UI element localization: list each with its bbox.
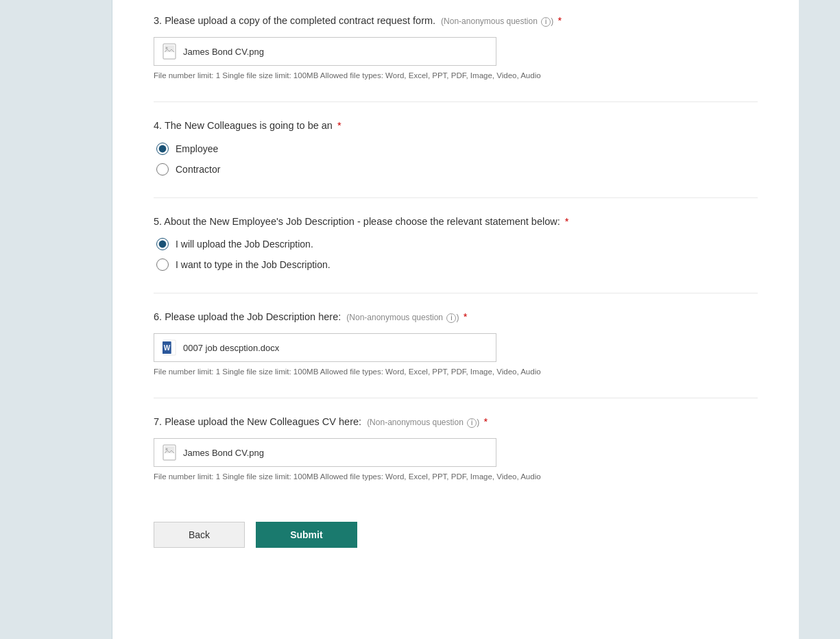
- q4-radio-employee[interactable]: [156, 143, 169, 155]
- q7-text: Please upload the New Colleagues CV here…: [165, 416, 361, 427]
- q3-number: 3.: [154, 15, 162, 26]
- divider-6-7: [154, 398, 758, 398]
- q5-label-upload: I will upload the Job Description.: [176, 239, 313, 250]
- question-4-block: 4. The New Colleagues is going to be an …: [154, 119, 758, 175]
- q3-info-icon[interactable]: i: [541, 17, 551, 27]
- main-content: 3. Please upload a copy of the completed…: [112, 0, 799, 639]
- q4-number: 4.: [154, 120, 162, 131]
- q6-required: *: [464, 311, 468, 322]
- q6-file-limits: File number limit: 1 Single file size li…: [154, 367, 758, 376]
- question-6-block: 6. Please upload the Job Description her…: [154, 310, 758, 376]
- q6-word-icon: W: [163, 339, 176, 356]
- q5-radio-type[interactable]: [156, 258, 169, 271]
- q7-number: 7.: [154, 416, 162, 427]
- q5-option-type[interactable]: I want to type in the Job Description.: [156, 258, 758, 271]
- q7-image-icon: [163, 444, 176, 461]
- q5-option-upload[interactable]: I will upload the Job Description.: [156, 238, 758, 250]
- svg-point-2: [166, 47, 168, 49]
- divider-4-5: [154, 197, 758, 198]
- question-4-title: 4. The New Colleagues is going to be an …: [154, 119, 758, 132]
- q3-text: Please upload a copy of the completed co…: [165, 15, 435, 26]
- q5-required: *: [565, 216, 569, 227]
- question-6-title: 6. Please upload the Job Description her…: [154, 310, 758, 324]
- right-sidebar: [799, 0, 840, 639]
- divider-5-6: [154, 293, 758, 293]
- q3-file-limits: File number limit: 1 Single file size li…: [154, 71, 758, 80]
- question-5-title: 5. About the New Employee's Job Descript…: [154, 215, 758, 228]
- question-7-block: 7. Please upload the New Colleagues CV h…: [154, 415, 758, 481]
- q6-text: Please upload the Job Description here:: [165, 311, 341, 322]
- q6-number: 6.: [154, 311, 162, 322]
- q3-required: *: [558, 15, 562, 26]
- q4-label-employee: Employee: [176, 143, 218, 154]
- question-7-title: 7. Please upload the New Colleagues CV h…: [154, 415, 758, 429]
- q7-non-anon: (Non-anonymous question i): [367, 418, 481, 427]
- q6-info-icon[interactable]: i: [446, 313, 456, 323]
- q4-option-contractor[interactable]: Contractor: [156, 163, 758, 176]
- q5-label-type: I want to type in the Job Description.: [176, 259, 331, 270]
- q6-file-upload[interactable]: W 0007 job descption.docx: [154, 333, 496, 362]
- q7-file-limits: File number limit: 1 Single file size li…: [154, 472, 758, 481]
- svg-point-8: [166, 448, 168, 450]
- question-5-block: 5. About the New Employee's Job Descript…: [154, 215, 758, 271]
- submit-button[interactable]: Submit: [256, 522, 357, 548]
- q4-radio-contractor[interactable]: [156, 163, 169, 176]
- q4-text: The New Colleagues is going to be an: [165, 120, 333, 131]
- q5-radio-upload[interactable]: [156, 238, 169, 250]
- q3-image-icon: [163, 43, 176, 60]
- q3-file-upload[interactable]: James Bond CV.png: [154, 37, 496, 66]
- svg-text:W: W: [164, 344, 171, 352]
- q6-file-name: 0007 job descption.docx: [183, 343, 279, 353]
- q5-number: 5.: [154, 216, 162, 227]
- q7-file-name: James Bond CV.png: [183, 448, 264, 458]
- q3-file-name: James Bond CV.png: [183, 47, 264, 57]
- button-row: Back Submit: [154, 508, 758, 548]
- q4-label-contractor: Contractor: [176, 164, 220, 175]
- back-button[interactable]: Back: [154, 522, 245, 548]
- q4-required: *: [337, 120, 341, 131]
- q5-text: About the New Employee's Job Description…: [164, 216, 560, 227]
- left-sidebar: [0, 0, 112, 639]
- question-3-block: 3. Please upload a copy of the completed…: [154, 14, 758, 80]
- question-3-title: 3. Please upload a copy of the completed…: [154, 14, 758, 27]
- q4-option-employee[interactable]: Employee: [156, 143, 758, 155]
- q7-file-upload[interactable]: James Bond CV.png: [154, 438, 496, 467]
- q4-radio-group: Employee Contractor: [156, 143, 758, 176]
- divider-3-4: [154, 101, 758, 102]
- q6-non-anon: (Non-anonymous question i): [346, 313, 461, 322]
- q7-info-icon[interactable]: i: [467, 418, 477, 428]
- q3-non-anon: (Non-anonymous question i): [441, 16, 555, 26]
- q5-radio-group: I will upload the Job Description. I wan…: [156, 238, 758, 271]
- q7-required: *: [484, 416, 488, 427]
